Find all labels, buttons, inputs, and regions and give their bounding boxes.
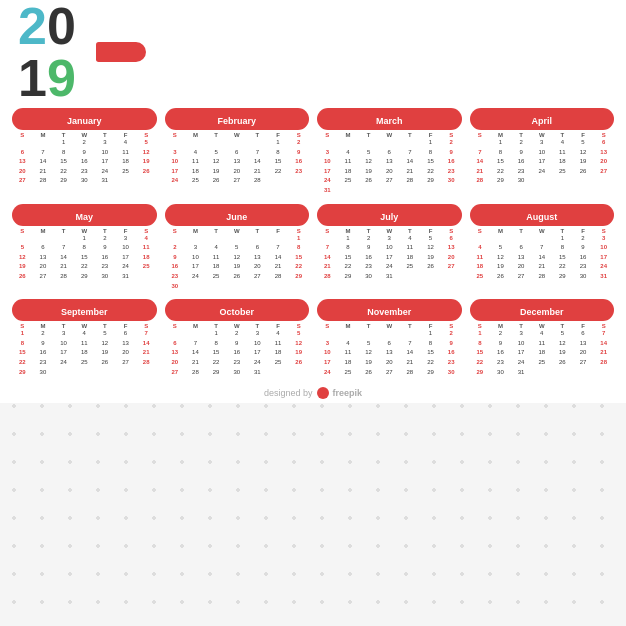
day-cell: 22	[288, 262, 309, 272]
day-cell: 0	[165, 234, 186, 244]
day-cell: 15	[53, 157, 74, 167]
day-cell: 19	[552, 348, 573, 358]
day-cell: 14	[317, 253, 338, 263]
day-cell: 7	[268, 243, 289, 253]
day-cell: 0	[247, 282, 268, 292]
day-cell: 24	[379, 262, 400, 272]
day-cell: 4	[185, 148, 206, 158]
day-cell: 10	[593, 243, 614, 253]
day-cell: 5	[226, 243, 247, 253]
day-cell: 0	[53, 368, 74, 378]
day-cell: 4	[115, 138, 136, 148]
day-cell: 11	[268, 339, 289, 349]
day-cell: 25	[185, 176, 206, 186]
day-cell: 22	[206, 358, 227, 368]
day-cell: 11	[206, 253, 227, 263]
day-cell: 0	[226, 138, 247, 148]
digit-0: 0	[47, 0, 76, 52]
day-cell: 3	[185, 243, 206, 253]
day-cell: 7	[185, 339, 206, 349]
day-cell: 22	[53, 167, 74, 177]
days-grid: 1234567891011121314151617181920212223242…	[12, 329, 157, 377]
day-cell: 15	[268, 157, 289, 167]
day-cell: 0	[247, 234, 268, 244]
day-cell: 17	[317, 167, 338, 177]
day-cell: 0	[12, 138, 33, 148]
day-cell: 9	[74, 148, 95, 158]
month-name: July	[380, 212, 398, 222]
day-cell: 10	[317, 157, 338, 167]
day-cell: 10	[247, 339, 268, 349]
day-cell: 8	[288, 243, 309, 253]
day-cell: 1	[206, 329, 227, 339]
day-cell: 27	[573, 358, 594, 368]
day-cell: 30	[226, 368, 247, 378]
month-name: August	[526, 212, 557, 222]
day-cell: 3	[593, 234, 614, 244]
month-name: February	[217, 116, 256, 126]
day-cell: 27	[226, 176, 247, 186]
day-cell: 0	[33, 138, 54, 148]
day-cell: 21	[317, 262, 338, 272]
day-cell: 0	[185, 138, 206, 148]
day-cell: 23	[288, 167, 309, 177]
day-cell: 17	[53, 348, 74, 358]
day-cell: 28	[400, 176, 421, 186]
day-cell: 16	[358, 253, 379, 263]
day-cell: 22	[12, 358, 33, 368]
day-cell: 30	[441, 176, 462, 186]
day-cell: 0	[317, 234, 338, 244]
day-cell: 28	[593, 358, 614, 368]
day-cell: 10	[185, 253, 206, 263]
day-cell: 18	[206, 262, 227, 272]
day-cell: 3	[317, 339, 338, 349]
day-cell: 0	[206, 282, 227, 292]
day-cell: 28	[400, 368, 421, 378]
day-cell: 0	[268, 234, 289, 244]
day-cell: 17	[165, 167, 186, 177]
day-cell: 30	[441, 368, 462, 378]
day-cell: 0	[288, 368, 309, 378]
day-cell: 13	[511, 253, 532, 263]
day-cell: 7	[53, 243, 74, 253]
month-header-february: February	[165, 108, 310, 130]
day-cell: 29	[470, 368, 491, 378]
day-cell: 0	[136, 368, 157, 378]
month-block-november: NovemberSMTWTFS0000012345678910111213141…	[315, 297, 464, 379]
day-cell: 0	[338, 186, 359, 196]
day-cell: 22	[470, 358, 491, 368]
day-cell: 1	[490, 138, 511, 148]
day-cell: 16	[288, 157, 309, 167]
day-cell: 10	[317, 348, 338, 358]
day-cell: 26	[226, 272, 247, 282]
day-cell: 7	[400, 339, 421, 349]
day-cell: 0	[552, 368, 573, 378]
day-cell: 0	[358, 186, 379, 196]
month-header-november: November	[317, 299, 462, 321]
day-cell: 30	[573, 272, 594, 282]
month-block-april: AprilSMTWTFS0123456789101112131415161718…	[468, 106, 617, 198]
day-cell: 0	[226, 282, 247, 292]
day-cell: 8	[268, 148, 289, 158]
day-cell: 18	[338, 358, 359, 368]
day-cell: 16	[226, 348, 247, 358]
day-cell: 21	[268, 262, 289, 272]
day-cell: 13	[573, 339, 594, 349]
day-cell: 9	[33, 339, 54, 349]
day-cell: 12	[136, 148, 157, 158]
day-cell: 29	[206, 368, 227, 378]
day-cell: 30	[95, 272, 116, 282]
day-cell: 16	[95, 253, 116, 263]
month-block-december: DecemberSMTWTFS1234567891011121314151617…	[468, 297, 617, 379]
day-cell: 13	[593, 148, 614, 158]
day-cell: 13	[226, 157, 247, 167]
day-cell: 0	[379, 186, 400, 196]
day-cell: 27	[115, 358, 136, 368]
month-block-july: JulySMTWTFS01234567891011121314151617181…	[315, 202, 464, 294]
day-cell: 16	[490, 348, 511, 358]
month-block-june: JuneSMTWTFS00000012345678910111213141516…	[163, 202, 312, 294]
day-cell: 10	[165, 157, 186, 167]
day-cell: 14	[247, 157, 268, 167]
day-cell: 23	[573, 262, 594, 272]
day-cell: 29	[53, 176, 74, 186]
